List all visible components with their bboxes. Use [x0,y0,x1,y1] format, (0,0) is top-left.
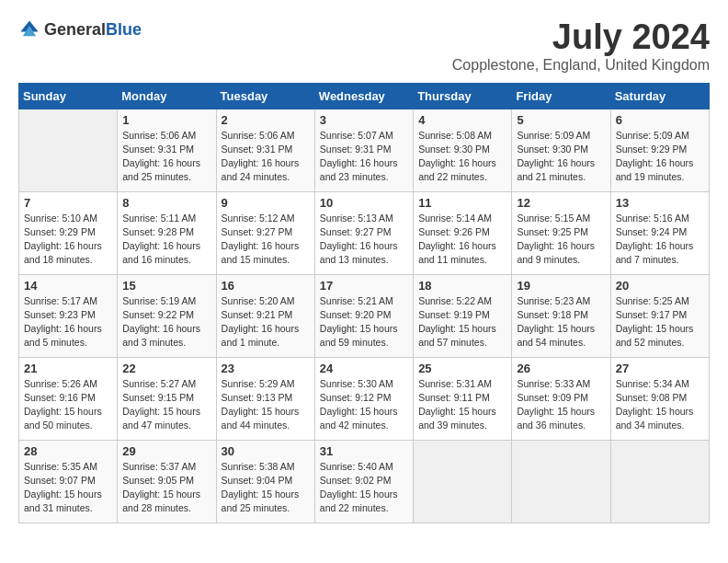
day-number: 14 [24,279,112,293]
day-number: 1 [122,113,210,127]
day-number: 6 [616,113,704,127]
logo: GeneralBlue [18,18,142,40]
calendar-table: SundayMondayTuesdayWednesdayThursdayFrid… [18,83,710,523]
day-number: 9 [222,196,310,210]
day-info: Sunrise: 5:07 AMSunset: 9:31 PMDaylight:… [320,129,408,185]
day-info: Sunrise: 5:27 AMSunset: 9:15 PMDaylight:… [122,377,210,433]
logo-text-blue: Blue [106,20,142,39]
page-header: GeneralBlue July 2024 Copplestone, Engla… [18,18,710,74]
day-number: 19 [517,279,605,293]
calendar-week-5: 28Sunrise: 5:35 AMSunset: 9:07 PMDayligh… [19,440,710,523]
calendar-cell: 23Sunrise: 5:29 AMSunset: 9:13 PMDayligh… [216,357,314,440]
day-number: 15 [122,279,210,293]
day-info: Sunrise: 5:23 AMSunset: 9:18 PMDaylight:… [517,294,605,350]
day-info: Sunrise: 5:15 AMSunset: 9:25 PMDaylight:… [517,212,605,268]
header-day-monday: Monday [118,83,216,109]
day-info: Sunrise: 5:34 AMSunset: 9:08 PMDaylight:… [616,377,704,433]
day-number: 7 [24,196,112,210]
day-info: Sunrise: 5:35 AMSunset: 9:07 PMDaylight:… [24,460,112,516]
calendar-cell: 17Sunrise: 5:21 AMSunset: 9:20 PMDayligh… [314,274,413,357]
calendar-cell: 12Sunrise: 5:15 AMSunset: 9:25 PMDayligh… [512,191,610,274]
calendar-cell: 3Sunrise: 5:07 AMSunset: 9:31 PMDaylight… [314,109,413,191]
day-number: 27 [616,362,704,375]
calendar-cell: 26Sunrise: 5:33 AMSunset: 9:09 PMDayligh… [512,357,610,440]
header-day-friday: Friday [512,83,610,109]
day-number: 29 [122,444,210,458]
day-info: Sunrise: 5:26 AMSunset: 9:16 PMDaylight:… [24,377,112,433]
calendar-cell [19,109,118,191]
day-info: Sunrise: 5:13 AMSunset: 9:27 PMDaylight:… [320,212,408,268]
logo-icon [18,18,40,40]
day-number: 13 [616,196,704,210]
day-number: 28 [24,444,112,458]
day-info: Sunrise: 5:06 AMSunset: 9:31 PMDaylight:… [122,129,210,185]
calendar-cell [610,440,709,523]
calendar-cell: 9Sunrise: 5:12 AMSunset: 9:27 PMDaylight… [216,191,314,274]
day-info: Sunrise: 5:06 AMSunset: 9:31 PMDaylight:… [222,129,310,185]
day-number: 3 [320,113,408,127]
header-day-thursday: Thursday [414,83,512,109]
calendar-cell: 20Sunrise: 5:25 AMSunset: 9:17 PMDayligh… [610,274,709,357]
header-day-tuesday: Tuesday [216,83,314,109]
calendar-week-3: 14Sunrise: 5:17 AMSunset: 9:23 PMDayligh… [19,274,710,357]
calendar-cell: 18Sunrise: 5:22 AMSunset: 9:19 PMDayligh… [414,274,512,357]
day-info: Sunrise: 5:16 AMSunset: 9:24 PMDaylight:… [616,212,704,268]
logo-text-general: General [44,20,106,39]
day-info: Sunrise: 5:17 AMSunset: 9:23 PMDaylight:… [24,294,112,350]
day-info: Sunrise: 5:40 AMSunset: 9:02 PMDaylight:… [320,460,408,516]
calendar-cell: 28Sunrise: 5:35 AMSunset: 9:07 PMDayligh… [19,440,118,523]
header-day-sunday: Sunday [19,83,118,109]
calendar-cell: 8Sunrise: 5:11 AMSunset: 9:28 PMDaylight… [118,191,216,274]
day-info: Sunrise: 5:08 AMSunset: 9:30 PMDaylight:… [418,129,506,185]
day-info: Sunrise: 5:19 AMSunset: 9:22 PMDaylight:… [122,294,210,350]
calendar-cell: 5Sunrise: 5:09 AMSunset: 9:30 PMDaylight… [512,109,610,191]
month-year-title: July 2024 [452,18,710,57]
day-info: Sunrise: 5:25 AMSunset: 9:17 PMDaylight:… [616,294,704,350]
calendar-cell: 25Sunrise: 5:31 AMSunset: 9:11 PMDayligh… [414,357,512,440]
day-info: Sunrise: 5:09 AMSunset: 9:30 PMDaylight:… [517,129,605,185]
day-number: 4 [418,113,506,127]
calendar-cell: 19Sunrise: 5:23 AMSunset: 9:18 PMDayligh… [512,274,610,357]
calendar-cell: 16Sunrise: 5:20 AMSunset: 9:21 PMDayligh… [216,274,314,357]
calendar-cell: 6Sunrise: 5:09 AMSunset: 9:29 PMDaylight… [610,109,709,191]
day-info: Sunrise: 5:14 AMSunset: 9:26 PMDaylight:… [418,212,506,268]
day-info: Sunrise: 5:33 AMSunset: 9:09 PMDaylight:… [517,377,605,433]
day-number: 12 [517,196,605,210]
calendar-week-2: 7Sunrise: 5:10 AMSunset: 9:29 PMDaylight… [19,191,710,274]
day-number: 5 [517,113,605,127]
day-info: Sunrise: 5:22 AMSunset: 9:19 PMDaylight:… [418,294,506,350]
calendar-header-row: SundayMondayTuesdayWednesdayThursdayFrid… [19,83,710,109]
day-info: Sunrise: 5:31 AMSunset: 9:11 PMDaylight:… [418,377,506,433]
calendar-cell: 31Sunrise: 5:40 AMSunset: 9:02 PMDayligh… [314,440,413,523]
day-info: Sunrise: 5:21 AMSunset: 9:20 PMDaylight:… [320,294,408,350]
day-number: 17 [320,279,408,293]
calendar-cell [512,440,610,523]
calendar-cell: 11Sunrise: 5:14 AMSunset: 9:26 PMDayligh… [414,191,512,274]
day-info: Sunrise: 5:11 AMSunset: 9:28 PMDaylight:… [122,212,210,268]
day-info: Sunrise: 5:20 AMSunset: 9:21 PMDaylight:… [222,294,310,350]
day-info: Sunrise: 5:37 AMSunset: 9:05 PMDaylight:… [122,460,210,516]
calendar-cell: 29Sunrise: 5:37 AMSunset: 9:05 PMDayligh… [118,440,216,523]
title-block: July 2024 Copplestone, England, United K… [452,18,710,74]
calendar-cell: 24Sunrise: 5:30 AMSunset: 9:12 PMDayligh… [314,357,413,440]
day-number: 23 [222,362,310,375]
day-number: 22 [122,362,210,375]
day-number: 25 [418,362,506,375]
day-number: 8 [122,196,210,210]
calendar-cell: 27Sunrise: 5:34 AMSunset: 9:08 PMDayligh… [610,357,709,440]
day-number: 26 [517,362,605,375]
day-info: Sunrise: 5:12 AMSunset: 9:27 PMDaylight:… [222,212,310,268]
location-subtitle: Copplestone, England, United Kingdom [452,57,710,74]
calendar-cell: 14Sunrise: 5:17 AMSunset: 9:23 PMDayligh… [19,274,118,357]
calendar-week-1: 1Sunrise: 5:06 AMSunset: 9:31 PMDaylight… [19,109,710,191]
calendar-cell: 2Sunrise: 5:06 AMSunset: 9:31 PMDaylight… [216,109,314,191]
calendar-cell: 13Sunrise: 5:16 AMSunset: 9:24 PMDayligh… [610,191,709,274]
day-info: Sunrise: 5:29 AMSunset: 9:13 PMDaylight:… [222,377,310,433]
calendar-cell: 7Sunrise: 5:10 AMSunset: 9:29 PMDaylight… [19,191,118,274]
day-number: 16 [222,279,310,293]
day-number: 10 [320,196,408,210]
day-info: Sunrise: 5:09 AMSunset: 9:29 PMDaylight:… [616,129,704,185]
day-number: 18 [418,279,506,293]
header-day-wednesday: Wednesday [314,83,413,109]
day-number: 11 [418,196,506,210]
